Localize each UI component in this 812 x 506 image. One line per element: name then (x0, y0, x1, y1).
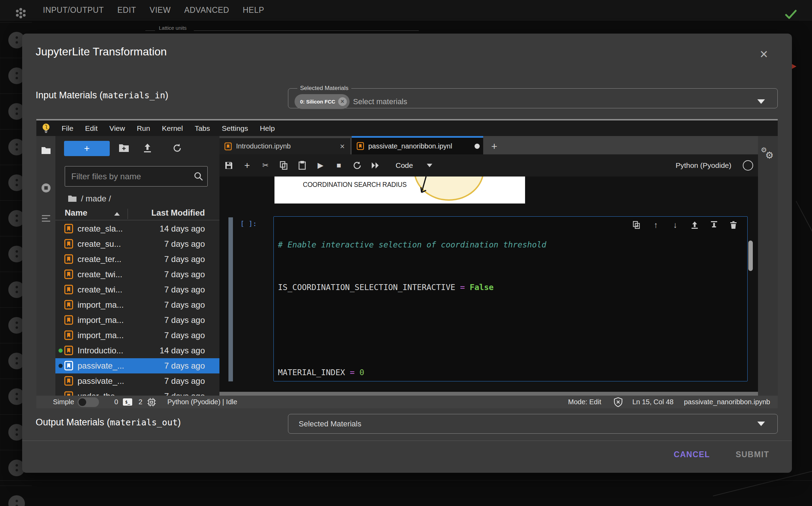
run-cell-icon[interactable]: ▶ (316, 161, 325, 170)
materials-in-code: materials_in (103, 90, 165, 100)
chevron-down-icon[interactable] (757, 99, 765, 104)
selected-materials-field[interactable]: Selected Materials 0: Silicon FCC × Sele… (288, 85, 778, 108)
file-list-item[interactable]: create_twi... 7 days ago (55, 267, 219, 282)
code-editor[interactable]: # Enable interactive selection of coordi… (278, 218, 704, 392)
file-list-item[interactable]: import_ma... 7 days ago (55, 313, 219, 328)
jl-menu-run[interactable]: Run (137, 124, 150, 133)
file-list-item[interactable]: create_sla... 14 days ago (55, 221, 219, 236)
new-folder-icon[interactable] (119, 143, 129, 154)
duplicate-cell-icon[interactable] (632, 221, 641, 229)
input-materials-text: ) (165, 90, 168, 100)
column-name[interactable]: Name (65, 208, 87, 218)
file-modified: 7 days ago (164, 239, 205, 249)
kernel-chip-icon[interactable] (147, 398, 156, 407)
close-icon[interactable]: × (754, 44, 774, 64)
file-list-item[interactable]: import_ma... 7 days ago (55, 328, 219, 343)
jl-menu-kernel[interactable]: Kernel (162, 124, 183, 133)
kernel-count[interactable]: 2 (138, 398, 142, 406)
jl-menu-edit[interactable]: Edit (85, 124, 98, 133)
terminal-count[interactable]: 0 (114, 398, 118, 406)
breadcrumb[interactable]: / made / (68, 194, 111, 204)
jl-menu-help[interactable]: Help (260, 124, 275, 133)
file-list-item[interactable]: Introductio... 14 days ago (55, 343, 219, 358)
submit-button[interactable]: SUBMIT (727, 445, 778, 463)
interrupt-kernel-icon[interactable]: ■ (334, 161, 343, 170)
notebook-content[interactable]: COORDINATION SEARCH RADIUS [ ]: # Enable… (219, 177, 758, 392)
simple-mode-toggle[interactable] (78, 397, 99, 407)
kernel-status-icon[interactable] (743, 160, 753, 171)
code-line: IS_COORDINATION_SELECTION_INTERACTIVE = … (278, 282, 704, 293)
kernel-name[interactable]: Python (Pyodide) (676, 161, 731, 170)
editor-mode[interactable]: Mode: Edit (568, 398, 601, 406)
output-materials-select[interactable]: Selected Materials (288, 414, 778, 434)
file-modified: 7 days ago (164, 300, 205, 310)
file-list-item[interactable]: passivate_... 7 days ago (55, 358, 219, 373)
restart-kernel-icon[interactable] (353, 161, 362, 170)
notebook-file-icon (64, 300, 73, 310)
menu-view[interactable]: VIEW (150, 6, 171, 15)
table-of-contents-icon[interactable] (36, 214, 55, 223)
jupyterlite-app: File Edit View Run Kernel Tabs Settings … (36, 119, 778, 408)
new-launcher-button[interactable]: + (64, 141, 110, 156)
drag-handle[interactable] (8, 495, 25, 506)
cell-type-dropdown[interactable]: Code (396, 161, 432, 170)
material-chip[interactable]: 0: Silicon FCC × (295, 94, 350, 109)
cell-type-value: Code (396, 161, 413, 170)
move-cell-up-icon[interactable]: ↑ (652, 220, 660, 230)
file-list-item[interactable]: create_su... 7 days ago (55, 236, 219, 252)
file-browser-icon[interactable] (36, 146, 55, 155)
file-list-item[interactable]: under_the... 7 days ago (55, 389, 219, 396)
close-tab-icon[interactable]: × (340, 142, 345, 151)
paste-cells-icon[interactable] (298, 161, 307, 170)
screen: INPUT/OUTPUT EDIT VIEW ADVANCED HELP Lat… (0, 0, 812, 506)
file-list-item[interactable]: import_ma... 7 days ago (55, 297, 219, 313)
tab-passivate-nanoribbon[interactable]: passivate_nanoribbon.ipynl (352, 136, 483, 154)
insert-cell-above-icon[interactable] (691, 221, 699, 229)
save-icon[interactable] (224, 161, 233, 170)
cancel-button[interactable]: CANCEL (666, 445, 718, 463)
file-list-item[interactable]: create_twi... 7 days ago (55, 282, 219, 297)
file-list-item[interactable]: passivate_... 7 days ago (55, 373, 219, 389)
tab-introduction[interactable]: Introduction.ipynb × (219, 138, 350, 154)
running-kernels-icon[interactable] (36, 183, 55, 193)
jl-menu-tabs[interactable]: Tabs (195, 124, 210, 133)
notebook-file-icon (64, 361, 73, 371)
menu-input-output[interactable]: INPUT/OUTPUT (43, 6, 104, 15)
chip-remove-icon[interactable]: × (338, 97, 347, 106)
menu-advanced[interactable]: ADVANCED (184, 6, 229, 15)
refresh-icon[interactable] (172, 143, 183, 154)
breadcrumb-path: / made / (81, 194, 111, 204)
insert-cell-icon[interactable]: + (243, 160, 252, 171)
input-materials-label: Input Materials (materials_in) (36, 90, 168, 101)
insert-cell-below-icon[interactable] (710, 221, 718, 229)
delete-cell-icon[interactable] (729, 221, 738, 229)
cell-prompt: [ ]: (240, 219, 271, 228)
jl-menu-settings[interactable]: Settings (222, 124, 248, 133)
menu-edit[interactable]: EDIT (117, 6, 136, 15)
cell-collapser[interactable] (228, 217, 233, 381)
file-list-item[interactable]: create_ter... 7 days ago (55, 252, 219, 267)
move-cell-down-icon[interactable]: ↓ (671, 220, 679, 230)
filter-files-textbox[interactable] (71, 166, 186, 186)
file-status-dot (58, 364, 63, 368)
jl-menu-file[interactable]: File (62, 124, 73, 133)
new-tab-button[interactable]: + (487, 138, 502, 154)
notebook-file-icon (64, 376, 73, 386)
shield-x-icon[interactable] (614, 397, 623, 407)
status-bar: Simple 0 $_ 2 Python (Pyodide) | Idle Mo… (36, 396, 778, 408)
cursor-position[interactable]: Ln 15, Col 48 (632, 398, 674, 406)
kernel-status-text[interactable]: Python (Pyodide) | Idle (167, 398, 237, 406)
copy-cells-icon[interactable] (279, 161, 288, 170)
cut-cells-icon[interactable]: ✂ (261, 161, 270, 170)
upload-icon[interactable] (143, 143, 153, 154)
column-last-modified[interactable]: Last Modified (151, 208, 205, 218)
restart-run-all-icon[interactable] (371, 162, 380, 169)
terminal-icon[interactable]: $_ (123, 398, 132, 406)
tab-label: passivate_nanoribbon.ipynl (368, 142, 452, 150)
filter-files-input[interactable] (65, 166, 208, 187)
menu-help[interactable]: HELP (243, 6, 264, 15)
file-name: create_ter... (78, 254, 121, 264)
scrollbar-thumb[interactable] (748, 241, 753, 271)
jl-menu-view[interactable]: View (109, 124, 125, 133)
code-cell[interactable]: # Enable interactive selection of coordi… (273, 216, 748, 381)
